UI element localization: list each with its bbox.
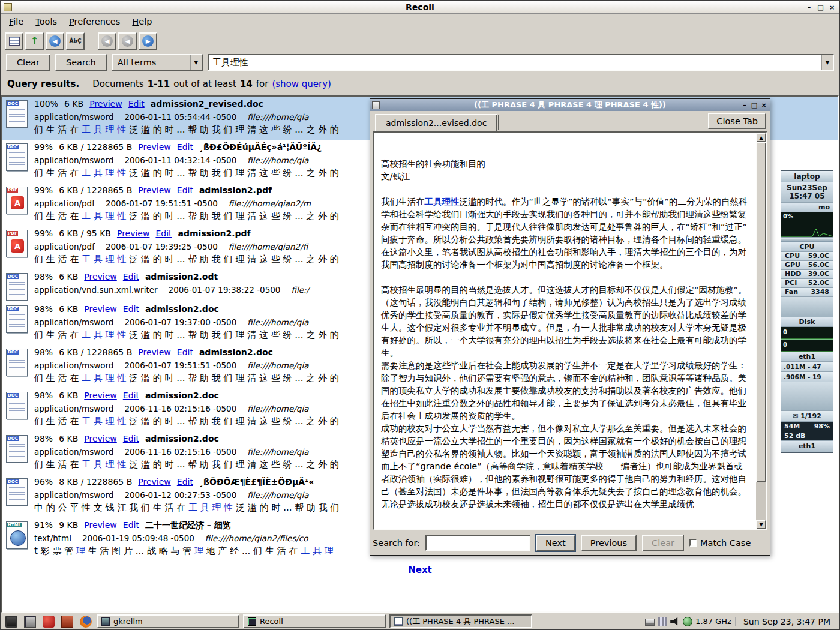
menu-tools[interactable]: Tools: [30, 15, 62, 28]
scroll-up-icon[interactable]: ▲: [756, 133, 766, 142]
result-preview-link[interactable]: Preview: [84, 520, 117, 530]
result-url: file:///home/qia: [247, 490, 308, 502]
search-history-dropdown-icon[interactable]: ▼: [821, 55, 833, 70]
result-edit-link[interactable]: Edit: [123, 304, 139, 314]
spellcheck-button[interactable]: ÂbÇ: [66, 32, 85, 50]
result-preview-link[interactable]: Preview: [138, 142, 171, 152]
preview-maximize-icon[interactable]: □: [749, 101, 759, 110]
menu-file[interactable]: File: [4, 15, 29, 28]
text-segment: 泛 滥 的 时 ... 帮 助 我 们 理 清 这 些 纷 ... 之 外 的: [126, 211, 338, 221]
highlight-term: 理: [194, 545, 203, 556]
result-score: 96%: [34, 477, 53, 487]
find-previous-button[interactable]: Previous: [581, 535, 637, 551]
scrollbar-thumb[interactable]: [756, 142, 766, 482]
previous-page-button[interactable]: ◀: [118, 32, 137, 50]
preview-scrollbar[interactable]: ▲ ▼: [756, 133, 766, 529]
keyboard-layout-icon[interactable]: [645, 619, 655, 626]
search-mode-select[interactable]: All terms ▼: [112, 54, 203, 71]
result-score: 99%: [34, 185, 53, 195]
result-edit-link[interactable]: Edit: [177, 347, 193, 357]
result-edit-link[interactable]: Edit: [177, 185, 193, 195]
sensor-row: CPU59.0C: [781, 252, 833, 261]
launcher-firefox[interactable]: [78, 615, 93, 628]
result-date: 2006-11-16 02:15:16 -0500: [124, 447, 236, 459]
result-preview-link[interactable]: Preview: [84, 391, 117, 400]
next-page-link[interactable]: Next: [408, 565, 432, 575]
launcher-app-menu[interactable]: [4, 615, 19, 628]
preview-paragraph: 高校招生的社会功能和目的: [381, 158, 751, 170]
find-input[interactable]: [425, 535, 530, 551]
chevron-down-icon[interactable]: ▼: [190, 55, 202, 70]
preview-close-icon[interactable]: ×: [759, 101, 769, 110]
result-url: file:/: [291, 285, 309, 297]
result-preview-link[interactable]: Preview: [138, 185, 171, 195]
result-preview-link[interactable]: Preview: [89, 99, 122, 109]
find-clear-button[interactable]: Clear: [642, 535, 684, 551]
preview-window: ((工 PHRASE 4 具 PHRASE 4 理 PHRASE 4 性)) –…: [370, 98, 770, 556]
search-button[interactable]: Search: [55, 54, 107, 71]
gkrellm-uptime: mo: [781, 203, 833, 212]
term-explorer-button[interactable]: [5, 32, 23, 50]
result-preview-link[interactable]: Preview: [84, 304, 117, 314]
highlight-term: 工具理性: [425, 197, 460, 206]
result-size: 6 KB: [59, 304, 78, 314]
power-icon[interactable]: [683, 617, 692, 626]
result-edit-link[interactable]: Edit: [123, 272, 139, 281]
result-mimetype: application/msword: [34, 447, 113, 459]
minimize-icon[interactable]: –: [804, 3, 814, 12]
result-size: 6 KB: [59, 391, 78, 400]
volume-icon[interactable]: [670, 617, 680, 626]
result-edit-link[interactable]: Edit: [128, 99, 145, 109]
result-edit-link[interactable]: Edit: [123, 520, 139, 530]
preview-tab[interactable]: admission2...evised.doc: [375, 114, 497, 131]
search-input[interactable]: [209, 57, 821, 68]
find-next-button[interactable]: Next: [536, 535, 575, 551]
result-preview-link[interactable]: Preview: [117, 229, 150, 238]
close-icon[interactable]: ×: [827, 3, 837, 12]
result-title: admission2.pdf: [178, 229, 251, 238]
window-menu-icon[interactable]: [4, 3, 12, 11]
close-tab-button[interactable]: Close Tab: [708, 113, 766, 129]
result-preview-link[interactable]: Preview: [138, 477, 171, 487]
text-segment: 们 生 活 在: [34, 329, 82, 340]
result-edit-link[interactable]: Edit: [123, 434, 139, 443]
taskbar-window-recoll[interactable]: Recoll: [243, 614, 386, 628]
scroll-down-icon[interactable]: ▼: [756, 520, 766, 529]
app-menu-icon: [5, 616, 17, 628]
launcher-media-player[interactable]: [41, 615, 56, 628]
result-edit-link[interactable]: Edit: [177, 477, 193, 487]
menu-help[interactable]: Help: [127, 15, 157, 28]
history-button[interactable]: ◀: [46, 32, 64, 50]
result-size: 8 KB / 1228865 B: [59, 477, 132, 487]
maximize-icon[interactable]: □: [815, 3, 826, 12]
result-edit-link[interactable]: Edit: [177, 142, 193, 152]
clear-button[interactable]: Clear: [6, 54, 50, 71]
preview-window-title: ((工 PHRASE 4 具 PHRASE 4 理 PHRASE 4 性)): [370, 100, 770, 110]
result-edit-link[interactable]: Edit: [155, 229, 172, 238]
sensor-row: Fan3348: [781, 288, 833, 297]
result-preview-link[interactable]: Preview: [84, 272, 117, 281]
workspace-grid-icon[interactable]: [658, 617, 667, 626]
taskbar-window-gkrellm[interactable]: gkrellm: [97, 614, 239, 628]
result-mimetype: application/msword: [34, 490, 113, 502]
show-query-link[interactable]: (show query): [272, 79, 331, 89]
result-edit-link[interactable]: Edit: [123, 391, 139, 400]
menu-preferences[interactable]: Preferences: [64, 15, 125, 28]
next-page-button[interactable]: ▶: [139, 32, 157, 50]
window-title: Recoll: [1, 2, 839, 12]
result-preview-link[interactable]: Preview: [138, 347, 171, 357]
match-case-option[interactable]: Match Case: [689, 538, 751, 548]
gkrellm-volume: 52 dB: [781, 431, 833, 441]
first-page-button[interactable]: ◀: [98, 32, 116, 50]
preview-window-menu-icon[interactable]: [372, 101, 380, 109]
text-segment: 们 生 活 在: [34, 459, 82, 470]
result-mimetype: application/vnd.sun.xml.writer: [34, 285, 158, 297]
result-preview-link[interactable]: Preview: [84, 434, 117, 443]
match-case-checkbox[interactable]: [689, 539, 697, 547]
preview-minimize-icon[interactable]: –: [740, 101, 749, 110]
sort-button[interactable]: ↑: [25, 32, 44, 50]
window-titlebar: Recoll – □ ×: [1, 1, 839, 14]
taskbar-window-preview[interactable]: ((工 PHRASE 4 具 PHRASE ...: [389, 614, 532, 628]
launcher-terminal[interactable]: [22, 615, 37, 628]
launcher-package-manager[interactable]: [59, 615, 74, 628]
